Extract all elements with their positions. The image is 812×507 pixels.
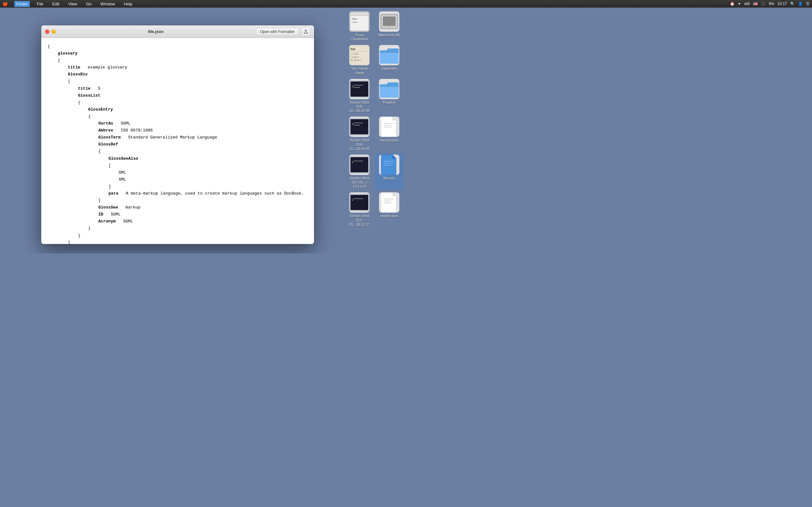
json-line: { xyxy=(48,78,308,85)
desktop-row-6: $ Screen Shot 017-01...10.12.37 xyxy=(345,191,403,228)
vim-cheat-sheet-label: Vim Cheat Sheet xyxy=(346,66,372,75)
expenses-folder-icon xyxy=(379,46,399,64)
window-title: file.json xyxy=(58,29,253,34)
svg-rect-35 xyxy=(384,165,392,165)
desktop-icon-expenses[interactable]: Expenses xyxy=(375,44,403,76)
desktop-icons: tmux cheat Tmux Cheatsheet Macintosh HD xyxy=(343,8,406,230)
json-line: GlossDiv xyxy=(48,71,308,78)
apple-menu-icon[interactable]: 🍎 xyxy=(3,1,8,6)
desktop-row-1: tmux cheat Tmux Cheatsheet Macintosh HD xyxy=(345,10,403,43)
json-line: GlossList xyxy=(48,92,308,99)
svg-text:$: $ xyxy=(352,85,353,88)
window-buttons: × – xyxy=(45,30,56,34)
svg-rect-24 xyxy=(354,123,363,123)
desktop-icon-screenshot-3[interactable]: $ Screen Shot 017-01...t 10.11.57 xyxy=(345,153,374,190)
svg-rect-17 xyxy=(351,81,368,97)
svg-rect-40 xyxy=(384,199,394,199)
edit-menu[interactable]: Edit xyxy=(50,1,61,7)
json-content[interactable]: { glossary { title example glossary Glos… xyxy=(41,38,314,244)
json-line: { xyxy=(48,113,308,120)
json-viewer-window: × – file.json Open with Formatter { glos… xyxy=(41,25,314,244)
desktop-icon-tmux-cheatsheet[interactable]: tmux cheat Tmux Cheatsheet xyxy=(345,10,374,43)
json-line: { xyxy=(48,99,308,106)
screenshot-3-label: Screen Shot 017-01...t 10.11.57 xyxy=(346,176,372,189)
file-json-label: file.json xyxy=(383,176,395,180)
dummy-json-label: dummy.json xyxy=(380,138,398,142)
svg-text:tmux: tmux xyxy=(352,18,357,20)
svg-rect-37 xyxy=(351,195,368,210)
desktop-icon-file-json[interactable]: file.json xyxy=(375,153,403,190)
json-line: { xyxy=(48,43,308,50)
json-line: { xyxy=(48,148,308,155)
svg-text:$: $ xyxy=(352,123,353,125)
json-line: GlossDef xyxy=(48,141,308,148)
share-icon xyxy=(304,30,308,34)
desktop-icon-screenshot-1[interactable]: $ Screen Shot 016-12...08.22.48 xyxy=(345,78,374,114)
json-line: ID SGML xyxy=(48,211,308,218)
screenshot-1-label: Screen Shot 016-12...08.22.48 xyxy=(346,101,372,113)
svg-rect-41 xyxy=(384,201,391,201)
json-line: XML xyxy=(48,176,308,183)
json-line: GlossTerm Standard Generalized Markup La… xyxy=(48,134,308,141)
desktop-row-2: Vim :w save :q quit dd delete Vim Cheat … xyxy=(345,44,403,76)
json-line: GlossSee markup xyxy=(48,204,308,211)
json-line: } xyxy=(48,197,308,204)
svg-rect-42 xyxy=(384,203,392,203)
screenshot-2-label: Screen Shot 016-12...19.04.55 xyxy=(346,138,372,151)
view-menu[interactable]: View xyxy=(66,1,79,7)
desktop-icon-practice[interactable]: Practice xyxy=(375,78,403,114)
menubar: 🍎 Finder File Edit View Go Window Help ⏰… xyxy=(0,0,406,8)
file-json-icon xyxy=(381,155,397,175)
finder-menu[interactable]: Finder xyxy=(14,1,30,7)
menubar-left: 🍎 Finder File Edit View Go Window Help xyxy=(3,1,135,7)
desktop-icon-screenshot-2[interactable]: $ Screen Shot 016-12...19.04.55 xyxy=(345,115,374,152)
macintosh-hd-label: Macintosh HD xyxy=(378,33,400,37)
svg-rect-33 xyxy=(384,161,394,162)
practice-folder-icon xyxy=(379,80,399,98)
svg-rect-27 xyxy=(384,125,391,125)
window-titlebar: × – file.json Open with Formatter xyxy=(41,25,314,38)
json-line: GlossEntry xyxy=(48,106,308,113)
svg-text::w save: :w save xyxy=(351,53,359,55)
svg-rect-22 xyxy=(351,119,368,134)
desktop-icon-screenshot-4[interactable]: $ Screen Shot 017-01...10.12.37 xyxy=(345,191,374,228)
close-button[interactable]: × xyxy=(45,30,49,34)
go-menu[interactable]: Go xyxy=(84,1,93,7)
desktop-icon-search-json[interactable]: search.json xyxy=(375,191,403,228)
desktop-icon-vim-cheat-sheet[interactable]: Vim :w save :q quit dd delete Vim Cheat … xyxy=(345,44,374,76)
macintosh-hd-icon xyxy=(379,11,399,32)
svg-text:cheat: cheat xyxy=(352,21,357,23)
json-line: title example glossary xyxy=(48,64,308,71)
json-line: GlossSeeAlso xyxy=(48,155,308,162)
desktop-icon-dummy-json[interactable]: dummy.json xyxy=(375,115,403,152)
desktop: tmux cheat Tmux Cheatsheet Macintosh HD xyxy=(0,8,406,253)
dummy-json-icon xyxy=(381,117,397,137)
svg-text:$: $ xyxy=(352,199,353,201)
svg-text:dd delete: dd delete xyxy=(351,59,361,61)
json-line: GML xyxy=(48,169,308,176)
json-line: { xyxy=(48,57,308,64)
json-line: SortAs SGML xyxy=(48,120,308,127)
json-line: } xyxy=(48,225,308,232)
screenshot-2-icon: $ xyxy=(349,118,369,135)
window-menu[interactable]: Window xyxy=(99,1,117,7)
svg-text::q quit: :q quit xyxy=(351,56,359,58)
minimize-button[interactable]: – xyxy=(51,30,56,34)
svg-rect-39 xyxy=(354,199,363,199)
desktop-icon-macintosh-hd[interactable]: Macintosh HD xyxy=(375,10,403,43)
screenshot-4-icon: $ xyxy=(349,193,369,211)
json-line: glossary xyxy=(48,50,308,57)
screenshot-4-label: Screen Shot 017-01...10.12.37 xyxy=(346,214,372,227)
json-line: ] xyxy=(48,183,308,190)
share-button[interactable] xyxy=(301,27,310,36)
open-formatter-button[interactable]: Open with Formatter xyxy=(256,28,299,36)
file-menu[interactable]: File xyxy=(35,1,45,7)
search-json-icon xyxy=(381,192,397,213)
tmux-label: Tmux Cheatsheet xyxy=(346,33,372,41)
help-menu[interactable]: Help xyxy=(122,1,135,7)
svg-text:Vim: Vim xyxy=(351,48,355,51)
json-line: para A meta-markup language, used to cre… xyxy=(48,190,308,197)
svg-rect-30 xyxy=(351,157,368,172)
json-line: title S xyxy=(48,85,308,92)
tmux-cheatsheet-icon: tmux cheat xyxy=(349,11,369,32)
